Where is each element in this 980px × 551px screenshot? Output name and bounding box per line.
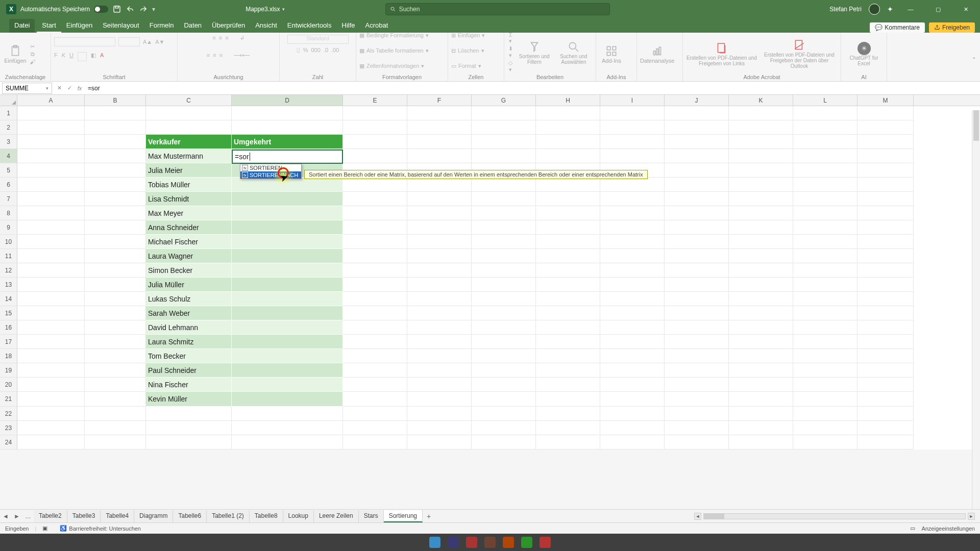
underline-icon[interactable]: U: [69, 52, 74, 66]
cell[interactable]: [472, 392, 536, 407]
cell[interactable]: [857, 407, 914, 421]
cell[interactable]: [536, 407, 600, 421]
cell[interactable]: [472, 206, 536, 220]
cell[interactable]: [857, 149, 914, 163]
cell[interactable]: [729, 363, 793, 378]
cell[interactable]: [17, 263, 85, 278]
cell[interactable]: [85, 421, 146, 435]
sheet-tab[interactable]: Tabelle2: [34, 510, 67, 522]
cell[interactable]: [729, 435, 793, 449]
accessibility-icon[interactable]: ♿: [60, 525, 67, 532]
cell[interactable]: [343, 206, 407, 220]
cell[interactable]: [857, 292, 914, 306]
cell[interactable]: [793, 149, 857, 163]
cell[interactable]: [665, 220, 729, 235]
cell[interactable]: [793, 235, 857, 249]
sheet-tab[interactable]: Stars: [359, 510, 384, 522]
cell[interactable]: [665, 235, 729, 249]
cell[interactable]: [407, 263, 472, 278]
taskbar-app-icon[interactable]: [521, 537, 532, 548]
cell[interactable]: [536, 263, 600, 278]
font-color-icon[interactable]: A: [100, 52, 104, 66]
cell[interactable]: [17, 435, 85, 449]
cell[interactable]: [343, 235, 407, 249]
cell[interactable]: [665, 206, 729, 220]
cell[interactable]: [343, 349, 407, 363]
row-header[interactable]: 1: [0, 106, 17, 120]
sheet-nav-next[interactable]: ►: [11, 513, 22, 520]
cell[interactable]: [146, 421, 232, 435]
cell[interactable]: [407, 421, 472, 435]
tab-ueberpruefen[interactable]: Überprüfen: [207, 19, 250, 33]
cell[interactable]: [146, 407, 232, 421]
cell[interactable]: [857, 120, 914, 135]
cell[interactable]: [600, 378, 665, 392]
cell[interactable]: [343, 335, 407, 349]
cell[interactable]: [600, 249, 665, 263]
row-header[interactable]: 11: [0, 249, 17, 263]
taskbar-app-icon[interactable]: [540, 537, 551, 548]
cell[interactable]: [407, 335, 472, 349]
cell[interactable]: [472, 106, 536, 120]
cell[interactable]: [857, 378, 914, 392]
cell[interactable]: [600, 120, 665, 135]
cell[interactable]: [343, 392, 407, 407]
cell[interactable]: [407, 292, 472, 306]
spreadsheet-grid[interactable]: A B C D E F G H I J K L M 123VerkäuferUm…: [0, 95, 980, 449]
cell[interactable]: [85, 392, 146, 407]
cell[interactable]: [536, 192, 600, 206]
sync-icon[interactable]: ✦: [887, 5, 893, 13]
cell[interactable]: [600, 320, 665, 335]
cell[interactable]: [600, 292, 665, 306]
cell[interactable]: [793, 349, 857, 363]
cell[interactable]: [665, 106, 729, 120]
cell[interactable]: [857, 220, 914, 235]
cell[interactable]: [232, 292, 343, 306]
window-minimize-button[interactable]: —: [900, 0, 921, 18]
chatgpt-button[interactable]: ✳ ChatGPT for Excel: [844, 42, 884, 66]
align-middle-icon[interactable]: ≡: [219, 35, 222, 49]
cell[interactable]: [407, 249, 472, 263]
cell[interactable]: [146, 106, 232, 120]
autosum-icon[interactable]: Σ ▾: [507, 32, 514, 44]
cell[interactable]: [232, 192, 343, 206]
cell[interactable]: [857, 349, 914, 363]
cell[interactable]: Tobias Müller: [146, 178, 232, 192]
cell[interactable]: [17, 278, 85, 292]
row-header[interactable]: 9: [0, 220, 17, 235]
cell[interactable]: David Lehmann: [146, 320, 232, 335]
autocomplete-item[interactable]: fx SORTIERENNACH: [240, 171, 301, 179]
cell[interactable]: [85, 306, 146, 320]
cell[interactable]: [600, 106, 665, 120]
tab-entwicklertools[interactable]: Entwicklertools: [282, 19, 337, 33]
increase-font-icon[interactable]: A▲: [143, 39, 152, 45]
cell[interactable]: [343, 435, 407, 449]
cell[interactable]: [472, 292, 536, 306]
taskbar-app-icon[interactable]: [466, 537, 477, 548]
cell[interactable]: [17, 135, 85, 149]
cell[interactable]: [665, 349, 729, 363]
cell[interactable]: [665, 263, 729, 278]
cell[interactable]: [600, 278, 665, 292]
datenanalyse-button[interactable]: Datenanalyse: [640, 44, 674, 64]
row-header[interactable]: 24: [0, 435, 17, 449]
cell[interactable]: [729, 407, 793, 421]
row-header[interactable]: 4: [0, 149, 17, 163]
cell[interactable]: [793, 120, 857, 135]
cell[interactable]: [472, 178, 536, 192]
cell[interactable]: Nina Fischer: [146, 378, 232, 392]
sheet-nav-more[interactable]: …: [22, 513, 34, 520]
row-header[interactable]: 12: [0, 263, 17, 278]
row-header[interactable]: 20: [0, 378, 17, 392]
cell[interactable]: [407, 435, 472, 449]
taskbar-app-icon[interactable]: [484, 537, 496, 548]
sort-filter-button[interactable]: Sortieren und Filtern: [518, 40, 551, 65]
cell[interactable]: [793, 435, 857, 449]
sheet-tab[interactable]: Leere Zeilen: [314, 510, 359, 522]
percent-icon[interactable]: %: [303, 47, 308, 61]
number-format-select[interactable]: Standard: [287, 35, 349, 44]
cell[interactable]: [536, 320, 600, 335]
cell[interactable]: [729, 292, 793, 306]
cell[interactable]: [472, 278, 536, 292]
cell[interactable]: [472, 378, 536, 392]
